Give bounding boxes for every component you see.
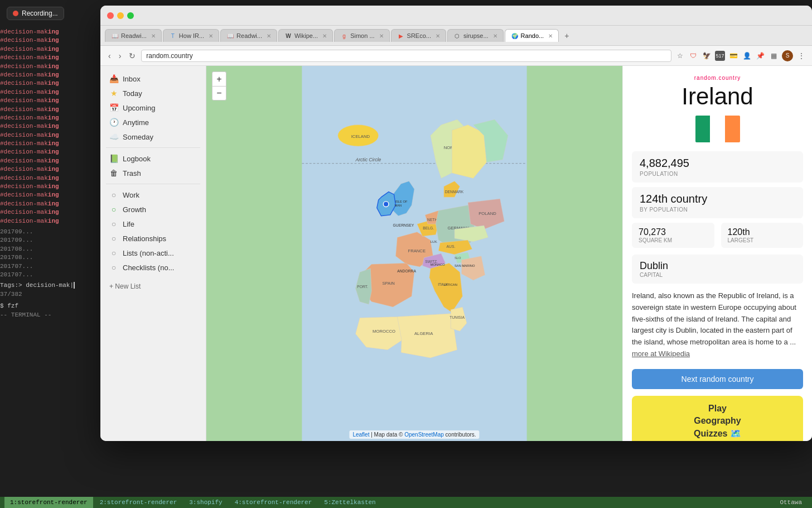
sidebar-label-relationships: Relationships	[123, 234, 166, 243]
sidebar-item-checklists[interactable]: ○ Checklists (no...	[100, 260, 206, 275]
address-bar: ‹ › ↻ ☆ 🛡 🦅 517 💳 👤 📌 ▦ S ⋮	[100, 46, 812, 66]
tab-sreco[interactable]: ▶ SREco... ✕	[391, 29, 446, 42]
sidebar-item-growth[interactable]: ○ Growth	[100, 202, 206, 217]
tab-label-wikipedia: Wikipe...	[294, 32, 318, 39]
flag-stripe-white	[710, 116, 725, 142]
svg-text:LUX.: LUX.	[431, 240, 438, 243]
svg-text:Arctic Circle: Arctic Circle	[355, 157, 381, 162]
capital-value: Dublin	[640, 260, 795, 272]
menu-icon[interactable]: ⋮	[796, 51, 806, 61]
tmux-tab-3[interactable]: 3:shopify	[183, 497, 228, 508]
wallet-icon[interactable]: 💳	[728, 51, 738, 61]
tab-manager-icon[interactable]: ▦	[768, 51, 779, 61]
sidebar-item-today[interactable]: ★ Today	[100, 86, 206, 100]
area-rank-label: LARGEST	[728, 237, 797, 243]
rank-label: BY POPULATION	[640, 207, 795, 213]
today-icon: ★	[109, 89, 118, 98]
next-country-button[interactable]: Next random country	[632, 369, 803, 389]
address-input[interactable]	[141, 50, 671, 62]
tab-label-readwise2: Readwi...	[236, 32, 262, 39]
sidebar-item-someday[interactable]: ☁️ Someday	[100, 130, 206, 144]
zoom-in-button[interactable]: +	[212, 71, 226, 86]
avatar-icon[interactable]: S	[782, 50, 793, 61]
terminal-line: #decision-making	[0, 174, 95, 183]
svg-text:ANDORRA: ANDORRA	[397, 269, 416, 273]
refresh-button[interactable]: ↻	[127, 50, 138, 61]
recording-badge: Recording...	[7, 7, 64, 20]
add-tab-button[interactable]: +	[560, 29, 573, 42]
svg-text:TUNISIA: TUNISIA	[450, 315, 465, 319]
profile-icon[interactable]: 👤	[742, 51, 752, 61]
sidebar-label-life: Life	[123, 220, 134, 228]
tab-close-random[interactable]: ✕	[548, 33, 553, 39]
tab-readwise1[interactable]: 📖 Readwi... ✕	[105, 29, 162, 42]
badge-icon[interactable]: 517	[715, 51, 725, 61]
tab-random[interactable]: 🌍 Rando... ✕	[505, 29, 559, 42]
shield-icon[interactable]: 🛡	[688, 51, 698, 61]
pin-icon[interactable]: 📌	[755, 51, 765, 61]
anytime-icon: 🕐	[109, 118, 118, 127]
sidebar-item-inbox[interactable]: 📥 Inbox	[100, 71, 206, 86]
tab-close-wikipedia[interactable]: ✕	[322, 33, 327, 39]
forward-button[interactable]: ›	[117, 50, 124, 61]
tmux-tab-3-label: 3:shopify	[189, 499, 222, 506]
sidebar-item-lists[interactable]: ○ Lists (non-acti...	[100, 246, 206, 260]
terminal-line: #decision-making	[0, 122, 95, 131]
population-card: 4,882,495 POPULATION	[632, 151, 803, 183]
tab-readwise2[interactable]: 📖 Readwi... ✕	[220, 29, 277, 42]
sidebar-item-relationships[interactable]: ○ Relationships	[100, 231, 206, 246]
area-rank-value: 120th	[728, 227, 797, 237]
life-icon: ○	[109, 219, 118, 228]
maximize-button[interactable]	[127, 12, 134, 19]
map-area[interactable]: + − Arctic Circle Arctic Circle ICELAND …	[206, 66, 622, 441]
zoom-out-button[interactable]: −	[212, 86, 226, 100]
area-value: 70,273	[639, 227, 708, 237]
tmux-tab-2[interactable]: 2:storefront-renderer	[94, 497, 183, 508]
tab-close-readwise2[interactable]: ✕	[267, 33, 271, 39]
close-button[interactable]	[107, 12, 114, 19]
minimize-button[interactable]	[117, 12, 124, 19]
terminal-line: 201709...	[0, 236, 95, 245]
more-link[interactable]: more at Wikipedia	[632, 349, 690, 358]
back-button[interactable]: ‹	[106, 50, 113, 61]
sidebar-label-today: Today	[123, 89, 142, 98]
sidebar-label-inbox: Inbox	[123, 75, 141, 83]
geography-quiz-button[interactable]: PlayGeographyQuizzes 🗺️🌍	[632, 396, 803, 441]
extension-icon[interactable]: 🦅	[702, 51, 712, 61]
area-row: 70,273 SQUARE KM 120th LARGEST	[632, 223, 803, 248]
sidebar-item-logbook[interactable]: 📗 Logbook	[100, 151, 206, 166]
tab-howir[interactable]: T How IR... ✕	[163, 29, 219, 42]
terminal-line: #decision-making	[0, 191, 95, 199]
tab-github[interactable]: ⬡ sirupse... ✕	[447, 29, 504, 42]
bookmark-icon[interactable]: ☆	[675, 51, 685, 61]
checklists-icon: ○	[109, 263, 118, 272]
osm-link[interactable]: OpenStreetMap	[404, 432, 444, 438]
sidebar-item-work[interactable]: ○ Work	[100, 188, 206, 202]
tab-simon[interactable]: g Simon ... ✕	[334, 29, 389, 42]
area-rank-card: 120th LARGEST	[721, 223, 804, 248]
sidebar-item-upcoming[interactable]: 📅 Upcoming	[100, 100, 206, 115]
tab-favicon-wikipedia: W	[284, 32, 292, 40]
sidebar-item-anytime[interactable]: 🕐 Anytime	[100, 115, 206, 130]
terminal-line: #decision-making	[0, 114, 95, 122]
tmux-tab-4[interactable]: 4:storefront-renderer	[229, 497, 318, 508]
new-list-button[interactable]: + New List	[100, 279, 206, 294]
tmux-tab-1[interactable]: 1:storefront-renderer	[4, 497, 93, 508]
svg-text:MAN: MAN	[394, 204, 402, 207]
svg-text:BELG.: BELG.	[423, 226, 434, 230]
description-text: Ireland, also known as the Republic of I…	[632, 291, 796, 346]
tab-close-readwise1[interactable]: ✕	[151, 33, 156, 39]
title-bar	[100, 6, 812, 26]
map-controls: + −	[212, 71, 226, 100]
tmux-tab-5[interactable]: 5:Zettelkasten	[318, 497, 381, 508]
tab-wikipedia[interactable]: W Wikipe... ✕	[278, 29, 333, 42]
tab-close-github[interactable]: ✕	[493, 33, 497, 39]
tmux-right-label: Ottawa	[774, 499, 808, 506]
leaflet-link[interactable]: Leaflet	[352, 432, 369, 438]
tab-close-sreco[interactable]: ✕	[436, 33, 440, 39]
tab-close-simon[interactable]: ✕	[379, 33, 384, 39]
sidebar-item-life[interactable]: ○ Life	[100, 217, 206, 231]
tab-close-howir[interactable]: ✕	[209, 33, 213, 39]
sidebar-item-trash[interactable]: 🗑 Trash	[100, 166, 206, 180]
terminal-line: #decision-making	[0, 165, 95, 174]
